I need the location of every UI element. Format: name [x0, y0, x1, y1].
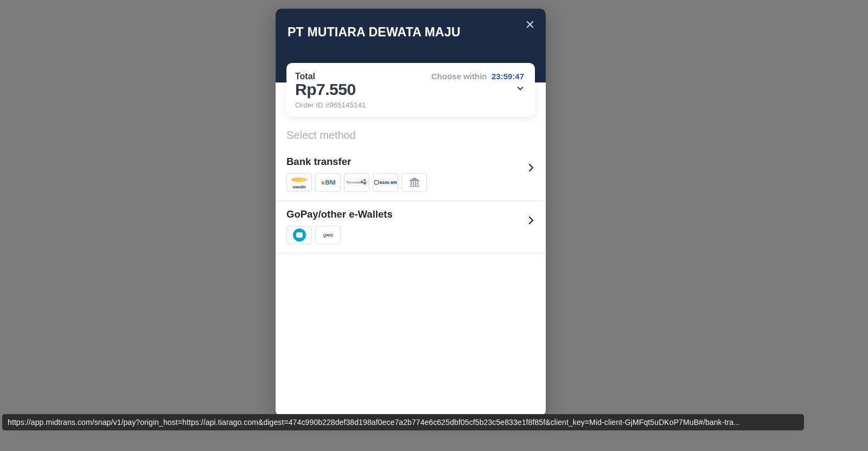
- logo-bni: ⨯BNI: [315, 173, 341, 192]
- logo-other-bank: [401, 173, 427, 192]
- chevron-down-icon: [515, 84, 525, 93]
- close-icon: [525, 20, 535, 29]
- svg-rect-5: [417, 182, 418, 185]
- logo-mandiri: mandiri: [286, 173, 312, 192]
- order-summary-card: Total Choose within 23:59:47 Rp7.550 Ord…: [286, 63, 535, 117]
- method-title: Bank transfer: [286, 156, 535, 168]
- payment-modal: PT MUTIARA DEWATA MAJU Total Choose with…: [276, 9, 546, 416]
- order-id: Order ID #965145141: [295, 101, 524, 109]
- merchant-name: PT MUTIARA DEWATA MAJU: [288, 25, 461, 40]
- modal-content: Select method Bank transfer mandiri ⨯BNI…: [276, 122, 546, 416]
- ewallet-logo-row: QRIS: [286, 226, 535, 244]
- logo-bri: BANK BRI: [373, 173, 398, 192]
- bank-logo-row: mandiri ⨯BNI PermataBank BANK BRI: [286, 173, 535, 192]
- method-gopay-ewallets[interactable]: GoPay/other e-Wallets QRIS: [276, 201, 546, 253]
- expand-summary-button[interactable]: [515, 84, 525, 96]
- choose-within-label: Choose within: [431, 72, 487, 81]
- svg-rect-2: [410, 182, 411, 185]
- svg-rect-3: [412, 182, 413, 185]
- method-title: GoPay/other e-Wallets: [286, 208, 535, 220]
- chevron-right-icon: [528, 163, 534, 174]
- countdown-timer: 23:59:47: [492, 72, 524, 81]
- select-method-title: Select method: [276, 122, 546, 148]
- logo-gopay: [286, 226, 312, 244]
- bank-icon: [409, 176, 420, 188]
- svg-rect-4: [414, 182, 416, 185]
- logo-permata: PermataBank: [344, 173, 369, 192]
- chevron-right-icon: [528, 216, 534, 227]
- total-amount: Rp7.550: [295, 80, 524, 99]
- method-bank-transfer[interactable]: Bank transfer mandiri ⨯BNI PermataBank B…: [276, 148, 546, 201]
- svg-rect-6: [409, 186, 419, 187]
- close-button[interactable]: [522, 16, 538, 33]
- logo-qris: QRIS: [315, 226, 341, 244]
- url-preview-bar: https://app.midtrans.com/snap/v1/pay?ori…: [2, 414, 804, 430]
